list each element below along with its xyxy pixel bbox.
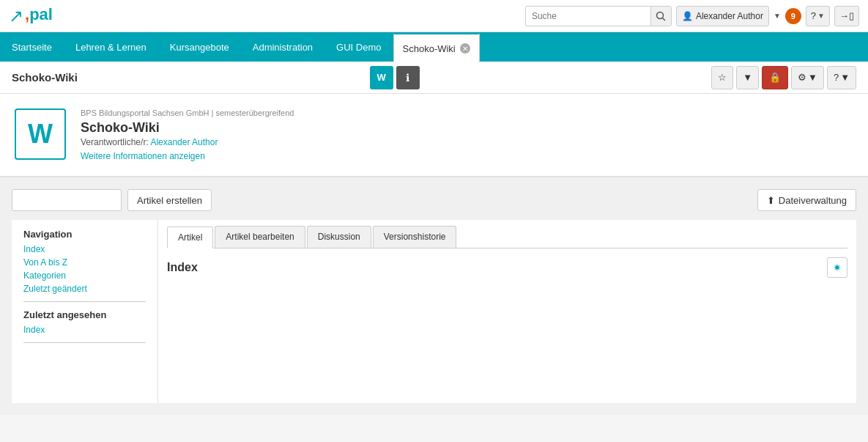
nav-item-kursangebote[interactable]: Kursangebote bbox=[158, 32, 241, 62]
close-tab-icon[interactable]: ✕ bbox=[460, 43, 470, 54]
tab-versionshistorie[interactable]: Versionshistorie bbox=[373, 226, 457, 248]
recently-viewed-heading: Zuletzt angesehen bbox=[23, 309, 146, 320]
settings-button[interactable]: ⚙ ▼ bbox=[791, 66, 824, 89]
sidebar-divider-1 bbox=[23, 301, 146, 302]
article-header: Index ✷ bbox=[167, 257, 847, 278]
gear-icon: ⚙ bbox=[798, 72, 806, 83]
top-bar: ↗ ,pal 👤 Alexander Author ▼ 9 bbox=[0, 0, 868, 32]
chevron-down-icon: ▼ bbox=[743, 72, 752, 83]
search-button[interactable] bbox=[650, 6, 671, 26]
page-title: Schoko-Wiki bbox=[12, 71, 78, 84]
question-icon: ? bbox=[834, 72, 839, 83]
search-box bbox=[525, 6, 672, 26]
tool-bar-left: Schoko-Wiki bbox=[12, 71, 78, 84]
info-icon: ℹ bbox=[406, 72, 409, 84]
logo-svg: ,pal bbox=[25, 4, 69, 24]
notification-badge[interactable]: 9 bbox=[785, 8, 801, 24]
navigation-heading: Navigation bbox=[23, 229, 146, 240]
sidebar-divider-2 bbox=[23, 342, 146, 343]
file-mgmt-area: ⬆ Dateiverwaltung bbox=[757, 189, 856, 211]
help-button[interactable]: ? ▼ bbox=[806, 6, 830, 26]
signout-icon: →▯ bbox=[839, 10, 854, 21]
article-settings-button[interactable]: ✷ bbox=[827, 257, 847, 278]
search-input[interactable] bbox=[526, 11, 650, 21]
article-title: Index bbox=[167, 261, 198, 274]
wiki-sidebar: Navigation Index Von A bis Z Kategorien … bbox=[12, 220, 158, 403]
wiki-icon-button[interactable]: W bbox=[370, 66, 393, 89]
user-dropdown-arrow[interactable]: ▼ bbox=[774, 12, 781, 20]
tab-artikel[interactable]: Artikel bbox=[167, 226, 213, 248]
tool-bar: Schoko-Wiki W ℹ ☆ ▼ 🔒 ⚙ ▼ ? ▼ bbox=[0, 62, 868, 94]
tab-artikel-bearbeiten[interactable]: Artikel bearbeiten bbox=[215, 226, 305, 248]
user-button[interactable]: 👤 Alexander Author bbox=[676, 6, 769, 26]
nav-item-guidemo[interactable]: GUI Demo bbox=[324, 32, 393, 62]
tool-bar-center: W ℹ bbox=[370, 66, 420, 89]
course-more-info: Weitere Informationen anzeigen bbox=[81, 150, 853, 161]
wiki-layout: Navigation Index Von A bis Z Kategorien … bbox=[12, 220, 856, 403]
course-info-section: W BPS Bildungsportal Sachsen GmbH | seme… bbox=[0, 94, 868, 177]
main-content: Artikel erstellen ⬆ Dateiverwaltung Navi… bbox=[0, 177, 868, 415]
upload-icon: ⬆ bbox=[767, 195, 775, 206]
course-responsible: Verantwortliche/r: Alexander Author bbox=[81, 137, 853, 147]
lock-icon: 🔒 bbox=[769, 72, 781, 83]
tab-diskussion[interactable]: Diskussion bbox=[307, 226, 371, 248]
wiki-main-area: Artikel Artikel bearbeiten Diskussion Ve… bbox=[158, 220, 856, 403]
nav-item-startseite[interactable]: Startseite bbox=[0, 32, 64, 62]
info-icon-button[interactable]: ℹ bbox=[396, 66, 420, 89]
wiki-tabs: Artikel Artikel bearbeiten Diskussion Ve… bbox=[167, 226, 847, 248]
wiki-w-icon: W bbox=[28, 119, 53, 150]
responsible-link[interactable]: Alexander Author bbox=[150, 137, 218, 147]
course-name: Schoko-Wiki bbox=[81, 120, 853, 136]
tool-bar-right: ☆ ▼ 🔒 ⚙ ▼ ? ▼ bbox=[711, 66, 856, 89]
create-article-button[interactable]: Artikel erstellen bbox=[127, 189, 212, 211]
nav-tab-active-schoko-wiki[interactable]: Schoko-Wiki ✕ bbox=[393, 33, 480, 62]
star-icon: ☆ bbox=[718, 72, 727, 83]
wiki-search-input[interactable] bbox=[12, 189, 122, 211]
svg-line-2 bbox=[663, 18, 666, 21]
nav-bar: Startseite Lehren & Lernen Kursangebote … bbox=[0, 32, 868, 62]
help-icon: ? bbox=[811, 10, 816, 21]
action-bar: Artikel erstellen ⬆ Dateiverwaltung bbox=[12, 189, 856, 211]
bookmark-button[interactable]: ☆ bbox=[711, 66, 733, 89]
help-dropdown-arrow2: ▼ bbox=[840, 72, 850, 83]
help-page-button[interactable]: ? ▼ bbox=[827, 66, 856, 89]
wrench-icon: ✷ bbox=[833, 262, 842, 273]
recent-link-index[interactable]: Index bbox=[23, 325, 146, 335]
user-name: Alexander Author bbox=[696, 11, 763, 21]
search-icon bbox=[656, 11, 666, 21]
file-management-button[interactable]: ⬆ Dateiverwaltung bbox=[757, 189, 856, 211]
logo-icon: ↗ bbox=[9, 6, 23, 26]
settings-dropdown-arrow: ▼ bbox=[808, 72, 817, 83]
help-dropdown-arrow: ▼ bbox=[817, 12, 825, 20]
nav-link-zuletzt[interactable]: Zuletzt geändert bbox=[23, 284, 146, 294]
svg-text:,pal: ,pal bbox=[25, 5, 53, 23]
nav-item-lehren[interactable]: Lehren & Lernen bbox=[64, 32, 158, 62]
logo-area: ↗ ,pal bbox=[9, 4, 69, 29]
svg-point-1 bbox=[657, 12, 664, 18]
nav-link-atoz[interactable]: Von A bis Z bbox=[23, 257, 146, 268]
nav-link-kategorien[interactable]: Kategorien bbox=[23, 270, 146, 281]
course-provider: BPS Bildungsportal Sachsen GmbH | semest… bbox=[81, 108, 853, 117]
action-bar-left: Artikel erstellen bbox=[12, 189, 212, 211]
logo-text: ,pal bbox=[25, 4, 69, 29]
nav-item-administration[interactable]: Administration bbox=[241, 32, 324, 62]
signout-button[interactable]: →▯ bbox=[834, 6, 859, 26]
nav-link-index[interactable]: Index bbox=[23, 244, 146, 254]
user-icon: 👤 bbox=[682, 11, 693, 21]
top-right: 👤 Alexander Author ▼ 9 ? ▼ →▯ bbox=[525, 6, 859, 26]
course-icon: W bbox=[15, 108, 66, 160]
course-details: BPS Bildungsportal Sachsen GmbH | semest… bbox=[81, 108, 853, 161]
more-info-link[interactable]: Weitere Informationen anzeigen bbox=[81, 151, 205, 161]
bookmark-dropdown[interactable]: ▼ bbox=[736, 66, 759, 89]
lock-button[interactable]: 🔒 bbox=[762, 66, 788, 89]
